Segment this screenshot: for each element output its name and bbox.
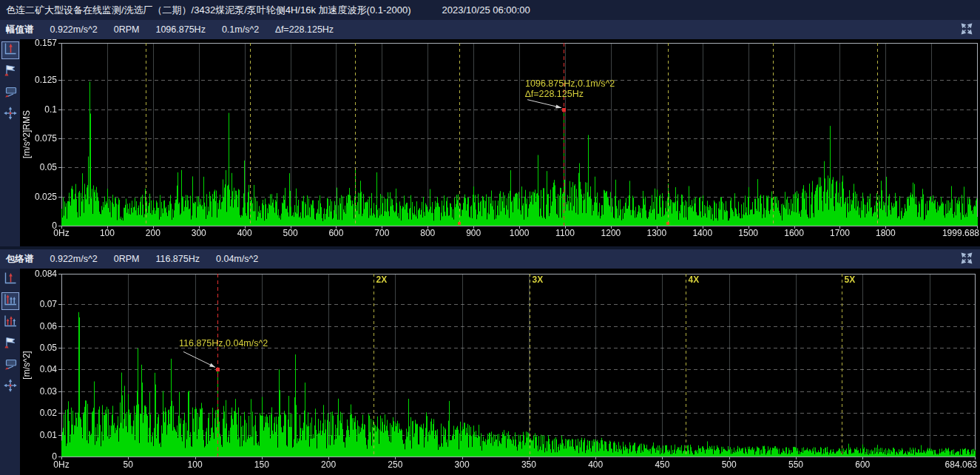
single-cursor-icon (3, 41, 18, 59)
rms-value: 0.922m/s^2 (50, 24, 98, 35)
label-callout-tool[interactable] (1, 84, 19, 102)
timestamp: 2023/10/25 06:00:00 (442, 4, 530, 16)
amplitude-spectrum-header: 幅值谱 0.922m/s^2 0RPM 1096.875Hz 0.1m/s^2 … (0, 20, 980, 39)
flag-marker-tool[interactable] (1, 335, 19, 353)
envelope-tool-strip (0, 269, 20, 475)
envelope-spectrum-header: 包络谱 0.922m/s^2 0RPM 116.875Hz 0.04m/s^2 (0, 249, 980, 269)
envelope-spectrum-panel (0, 269, 980, 475)
pan-icon (3, 106, 18, 124)
expand-icon (961, 23, 973, 37)
label-callout-icon (3, 84, 18, 102)
flag-icon (3, 335, 18, 353)
rpm-value: 0RPM (114, 254, 140, 264)
rpm-value: 0RPM (114, 24, 140, 35)
expand-icon (961, 252, 973, 266)
flag-marker-tool[interactable] (1, 63, 19, 81)
single-cursor-tool[interactable] (1, 41, 19, 59)
flag-icon (3, 63, 18, 81)
expand-button[interactable] (960, 23, 973, 36)
harmonic-cursor-icon (3, 292, 18, 310)
delta-frequency-value: ∆f=228.125Hz (275, 24, 334, 35)
cursor-frequency-value: 1096.875Hz (155, 24, 205, 35)
spectrum-type-label: 包络谱 (6, 253, 34, 266)
pan-tool[interactable] (1, 106, 19, 124)
sideband-cursor-icon (3, 314, 18, 331)
spectrum-type-label: 幅值谱 (6, 24, 34, 36)
label-callout-tool[interactable] (1, 357, 19, 374)
amplitude-spectrum-panel (0, 39, 980, 246)
rms-value: 0.922m/s^2 (50, 254, 98, 264)
title-bar: 色连二矿大型设备在线监测/洗选厂（二期）/3432煤泥泵/泵叶轮侧4H/16k … (0, 0, 980, 20)
single-cursor-tool[interactable] (1, 271, 19, 289)
amplitude-spectrum-chart[interactable] (20, 39, 980, 246)
label-callout-icon (3, 357, 18, 374)
cursor-amplitude-value: 0.04m/s^2 (216, 254, 258, 264)
cursor-frequency-value: 116.875Hz (155, 254, 200, 264)
page-title: 色连二矿大型设备在线监测/洗选厂（二期）/3432煤泥泵/泵叶轮侧4H/16k … (6, 4, 411, 17)
harmonic-cursor-tool[interactable] (1, 292, 19, 310)
single-cursor-icon (3, 271, 18, 289)
pan-icon (3, 378, 18, 396)
expand-button[interactable] (960, 252, 973, 266)
pan-tool[interactable] (1, 378, 19, 396)
cursor-amplitude-value: 0.1m/s^2 (222, 24, 259, 35)
envelope-spectrum-chart[interactable] (20, 269, 980, 475)
amplitude-tool-strip (0, 39, 20, 246)
sideband-cursor-tool[interactable] (1, 314, 19, 331)
